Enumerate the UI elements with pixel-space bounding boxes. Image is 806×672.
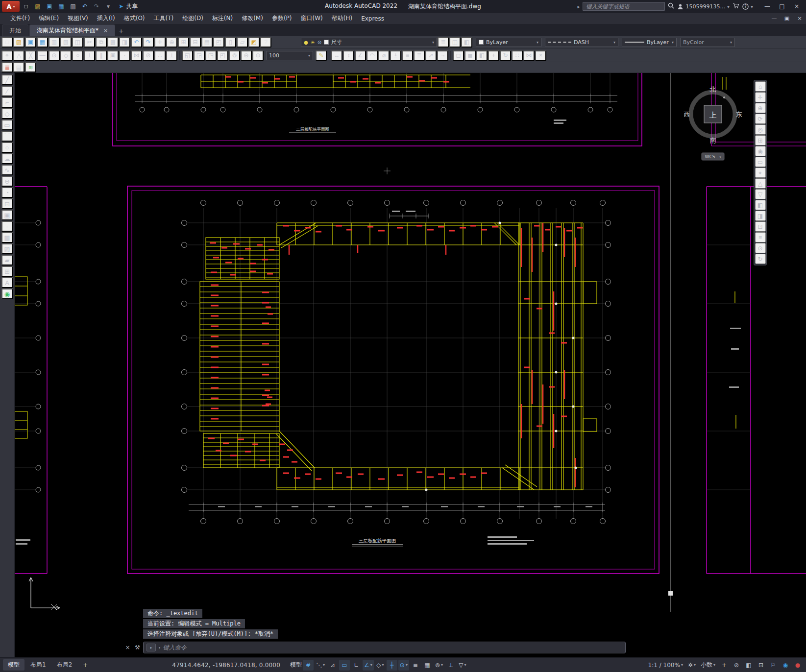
dim-baseline-button[interactable]: ≡ xyxy=(402,50,413,61)
edit-text-button[interactable]: ✎ xyxy=(316,50,327,61)
save-all-button[interactable]: ▦ xyxy=(37,37,48,48)
view-compass[interactable]: 上 北 南 西 东 xyxy=(684,86,742,144)
sheet-set-button[interactable]: ▱ xyxy=(237,37,248,48)
graphics-performance-icon[interactable]: ◧ xyxy=(743,660,754,671)
tab-document[interactable]: 湖南某体育馆结构平面* × xyxy=(29,24,115,36)
create-block-tool[interactable]: ▣ xyxy=(1,210,13,220)
menu-item[interactable]: 帮助(H) xyxy=(327,13,357,24)
snap-mode-icon[interactable]: ⋱ xyxy=(315,660,326,671)
new-tab-button[interactable]: + xyxy=(116,26,126,36)
zoom-previous-button[interactable]: ⊟ xyxy=(190,37,201,48)
palette-button[interactable]: ▤ xyxy=(13,62,24,72)
nav-down-tool[interactable]: ▽ xyxy=(755,189,766,199)
plot-preview-button[interactable]: ▧ xyxy=(60,37,72,48)
save-button[interactable]: ▣ xyxy=(25,37,36,48)
open-button[interactable]: ▨ xyxy=(32,1,43,11)
isodraft-icon[interactable]: ◇ xyxy=(375,660,386,671)
linetype-control-combo[interactable]: DASH xyxy=(545,38,618,47)
snap-parallel-button[interactable]: ∥ xyxy=(96,50,107,61)
menu-item[interactable]: 窗口(W) xyxy=(296,13,327,24)
compass-east[interactable]: 东 xyxy=(736,111,742,118)
ellipse-tool[interactable]: ⊖ xyxy=(1,176,13,187)
region-tool[interactable]: ▰ xyxy=(1,255,13,265)
redo-button[interactable]: ↷ xyxy=(143,37,154,48)
transparency-icon[interactable]: ▦ xyxy=(422,660,433,671)
layer-lock-icon[interactable]: ⊙ xyxy=(318,40,321,45)
send-under-button[interactable]: ◰ xyxy=(217,50,228,61)
zoom-realtime-button[interactable]: ⊕ xyxy=(166,37,177,48)
layer-color-button[interactable]: ◧ xyxy=(476,50,488,61)
close-button[interactable]: × xyxy=(789,0,804,12)
nav-pan-tool[interactable]: ✛ xyxy=(755,92,766,102)
compass-top-face[interactable]: 上 xyxy=(709,111,717,120)
rotate-button[interactable]: ↻ xyxy=(500,50,511,61)
pan-button[interactable]: ✛ xyxy=(154,37,166,48)
layer-walk-button[interactable]: ≋ xyxy=(25,62,36,72)
search-collapse-icon[interactable]: ▸ xyxy=(577,4,580,9)
compass-south[interactable]: 南 xyxy=(710,137,716,144)
dim-vertical-button[interactable]: ↕ xyxy=(343,50,354,61)
nav-right-tool[interactable]: ◨ xyxy=(755,211,766,221)
rectangle-tool[interactable]: ▭ xyxy=(1,120,13,130)
color-control-combo[interactable]: ByLayer xyxy=(476,38,541,47)
layer-off-button[interactable]: ◻ xyxy=(453,50,464,61)
selection-filter-icon[interactable]: ▽ xyxy=(457,660,468,671)
layer-control-combo[interactable]: ● ☀ ⊙ 尺寸 xyxy=(301,38,437,47)
tool-palettes-button[interactable]: ▯ xyxy=(225,37,236,48)
plotstyle-control-combo[interactable]: ByColor xyxy=(680,38,735,47)
wcs-selector[interactable]: WCS ▾ xyxy=(702,153,724,160)
snap-tangent-button[interactable]: ○ xyxy=(72,50,83,61)
dim-continue-button[interactable]: ≣ xyxy=(414,50,425,61)
minimize-button[interactable]: — xyxy=(760,0,775,12)
units-precision-button[interactable]: 小数 xyxy=(699,660,717,671)
compass-west[interactable]: 西 xyxy=(684,111,690,118)
nav-target-tool[interactable]: ⊙ xyxy=(755,243,766,253)
plot-button[interactable]: ▥ xyxy=(68,1,78,11)
publish-button[interactable]: ◫ xyxy=(72,37,83,48)
nav-home-tool[interactable]: ⌂ xyxy=(755,81,766,92)
menu-item[interactable]: Express xyxy=(357,13,389,24)
section-line[interactable] xyxy=(668,73,673,612)
layout-tab[interactable]: + xyxy=(78,660,93,670)
dim-angular-button[interactable]: ∠ xyxy=(355,50,366,61)
undo-button[interactable]: ↶ xyxy=(79,1,90,11)
grid-display-icon[interactable]: # xyxy=(303,660,314,671)
tab-start[interactable]: 开始 xyxy=(2,24,28,36)
search-input[interactable] xyxy=(583,2,665,11)
share-button[interactable]: ➤ 共享 xyxy=(119,2,138,11)
draw-order-back-button[interactable]: ◲ xyxy=(194,50,205,61)
lineweight-control-combo[interactable]: ByLayer xyxy=(622,38,677,47)
nav-extents-tool[interactable]: ⊡ xyxy=(755,221,766,232)
snap-midpoint-button[interactable]: △ xyxy=(13,50,24,61)
nav-refresh-tool[interactable]: ↻ xyxy=(755,254,766,264)
layout-tab[interactable]: 模型 xyxy=(3,659,24,671)
tab-close-icon[interactable]: × xyxy=(103,27,108,34)
dim-tolerance-button[interactable]: ± xyxy=(390,50,401,61)
nav-orbit-tool[interactable]: ⟳ xyxy=(755,114,766,124)
nav-view-tool[interactable]: ◉ xyxy=(755,146,766,156)
save-button[interactable]: ▣ xyxy=(44,1,55,11)
help-button[interactable]: ? ▾ xyxy=(742,3,753,10)
point-style-tool[interactable]: ◉ xyxy=(1,288,13,299)
lineweight-display-icon[interactable]: ≡ xyxy=(410,660,421,671)
object-snap-tracking-icon[interactable]: ┼ xyxy=(387,660,397,671)
text-size-combo[interactable]: 100 xyxy=(266,51,313,60)
copy-button[interactable]: ⧉ xyxy=(96,37,107,48)
design-center-button[interactable]: ◰ xyxy=(213,37,224,48)
table-tool[interactable]: ⊞ xyxy=(1,266,13,277)
workspace-switch-button[interactable]: ≣ xyxy=(1,62,13,72)
drawing-canvas[interactable]: 二层板配筋平面图 xyxy=(15,73,806,657)
menu-item[interactable]: 格式(O) xyxy=(120,13,149,24)
snap-intersection-button[interactable]: ╳ xyxy=(25,50,36,61)
command-customize-icon[interactable]: ⚒ xyxy=(133,643,142,651)
dynamic-ucs-icon[interactable]: ⟂ xyxy=(445,660,456,671)
account-button[interactable]: 1505999135... ▾ xyxy=(677,3,730,10)
object-snap-icon[interactable]: ⊙ xyxy=(398,660,409,671)
infer-constraints-icon[interactable]: ⊿ xyxy=(327,660,338,671)
selection-cycling-icon[interactable]: ⊚ xyxy=(434,660,444,671)
revision-cloud-tool[interactable]: ☁ xyxy=(1,153,13,164)
gradient-tool[interactable]: ▨ xyxy=(1,243,13,254)
model-space-button[interactable]: 模型 xyxy=(290,661,302,669)
annotation-scale-button[interactable]: 1:1 / 100% xyxy=(646,660,685,671)
isolate-objects-button[interactable]: ⊚ xyxy=(229,50,240,61)
